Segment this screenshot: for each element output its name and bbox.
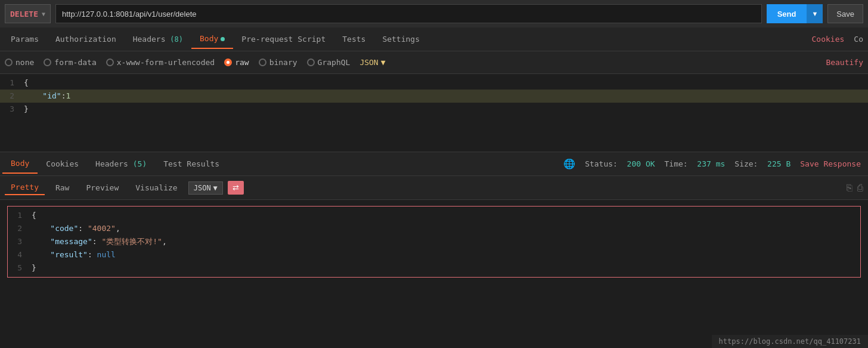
cookies-link[interactable]: Cookies xyxy=(807,30,850,48)
radio-form-data xyxy=(44,58,51,66)
resp-line-4: 4 "result": null xyxy=(8,248,860,261)
fmt-tab-visualize[interactable]: Visualize xyxy=(129,181,183,195)
tab-body[interactable]: Body xyxy=(191,29,233,49)
radio-urlencoded xyxy=(106,58,114,66)
beautify-link[interactable]: Beautify xyxy=(826,58,863,67)
format-dropdown-arrow: ▼ xyxy=(381,58,386,67)
resp-tab-cookies[interactable]: Cookies xyxy=(38,155,87,173)
response-format-row: Pretty Raw Preview Visualize JSON ▼ ⇄ ⎘ … xyxy=(0,176,868,200)
size-display: Size: 225 B xyxy=(734,159,790,168)
req-line-1: 1 { xyxy=(0,76,868,90)
response-status-area: 🌐 Status: 200 OK Time: 237 ms Size: 225 … xyxy=(563,158,866,170)
body-options-row: none form-data x-www-form-urlencoded raw… xyxy=(0,51,868,74)
send-dropdown-button[interactable]: ▼ xyxy=(807,4,823,23)
tab-headers[interactable]: Headers (8) xyxy=(125,30,191,48)
bottom-bar: https://blog.csdn.net/qq_41107231 xyxy=(712,335,868,348)
request-code-editor[interactable]: 1 { 2 "id":1 3 } xyxy=(0,74,868,152)
response-code-area: 1 { 2 "code": "4002", 3 "message": "类型转换… xyxy=(7,206,861,278)
globe-icon: 🌐 xyxy=(563,158,575,170)
method-label: DELETE xyxy=(10,10,38,19)
tab-authorization[interactable]: Authorization xyxy=(47,30,125,48)
resp-format-right: ⎘ ⎙ xyxy=(847,182,863,193)
resp-tab-body[interactable]: Body xyxy=(2,154,38,174)
time-display: Time: 237 ms xyxy=(665,159,726,168)
option-graphql[interactable]: GraphQL xyxy=(307,58,351,67)
resp-line-1: 1 { xyxy=(8,209,860,222)
top-bar: DELETE ▼ Send ▼ Save xyxy=(0,0,868,27)
status-display: Status: 200 OK xyxy=(585,159,655,168)
method-dropdown-arrow: ▼ xyxy=(42,11,45,17)
format-select[interactable]: JSON ▼ xyxy=(359,58,385,67)
resp-line-5: 5 } xyxy=(8,261,860,275)
radio-raw xyxy=(224,58,232,66)
url-input[interactable] xyxy=(55,4,762,23)
option-urlencoded[interactable]: x-www-form-urlencoded xyxy=(106,58,215,67)
req-line-3: 3 } xyxy=(0,103,868,116)
bottom-url: https://blog.csdn.net/qq_41107231 xyxy=(719,337,861,346)
fmt-tab-pretty[interactable]: Pretty xyxy=(5,180,45,195)
radio-binary xyxy=(259,58,266,66)
save-response-button[interactable]: Save Response xyxy=(800,159,861,168)
req-line-2: 2 "id":1 xyxy=(0,90,868,103)
tab-settings[interactable]: Settings xyxy=(374,30,428,48)
fmt-tab-preview[interactable]: Preview xyxy=(80,181,125,195)
resp-line-2: 2 "code": "4002", xyxy=(8,222,860,235)
save-button[interactable]: Save xyxy=(827,4,863,23)
resp-tab-headers[interactable]: Headers (5) xyxy=(87,155,155,173)
format-label: JSON xyxy=(359,58,378,67)
option-raw[interactable]: raw xyxy=(224,58,249,67)
send-button[interactable]: Send xyxy=(767,4,807,23)
body-dot xyxy=(221,37,225,41)
fmt-tab-raw[interactable]: Raw xyxy=(49,181,75,195)
tab-tests[interactable]: Tests xyxy=(334,30,374,48)
resp-format-arrow: ▼ xyxy=(213,184,218,192)
co-label: Co xyxy=(851,30,866,48)
option-binary[interactable]: binary xyxy=(259,58,297,67)
copy-button[interactable]: ⎘ xyxy=(847,182,852,193)
option-form-data[interactable]: form-data xyxy=(44,58,96,67)
radio-none xyxy=(5,58,13,66)
method-select[interactable]: DELETE ▼ xyxy=(5,4,51,23)
response-body: 1 { 2 "code": "4002", 3 "message": "类型转换… xyxy=(0,200,868,284)
radio-graphql xyxy=(307,58,315,66)
tab-params[interactable]: Params xyxy=(2,30,47,48)
request-tabs-row: Params Authorization Headers (8) Body Pr… xyxy=(0,27,868,51)
tabs-right: Cookies Co xyxy=(807,30,866,48)
response-tabs-row: Body Cookies Headers (5) Test Results 🌐 … xyxy=(0,152,868,176)
option-none[interactable]: none xyxy=(5,58,34,67)
resp-tab-test-results[interactable]: Test Results xyxy=(155,155,228,173)
tab-pre-request-script[interactable]: Pre-request Script xyxy=(233,30,334,48)
wrap-button[interactable]: ⇄ xyxy=(228,181,244,195)
resp-line-3: 3 "message": "类型转换不对!", xyxy=(8,235,860,248)
clear-button[interactable]: ⎙ xyxy=(857,182,863,193)
resp-format-dropdown[interactable]: JSON ▼ xyxy=(188,181,223,195)
